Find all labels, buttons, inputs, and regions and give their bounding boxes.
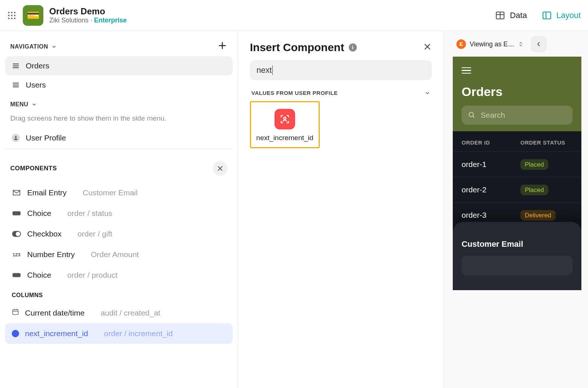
user-capture-icon [275, 109, 295, 129]
bottom-sheet: Customer Email [453, 222, 581, 290]
svg-point-35 [284, 117, 286, 119]
choice-icon [12, 210, 21, 216]
components-label: COMPONENTS [10, 165, 57, 172]
component-type: Number Entry [27, 250, 75, 259]
tab-data[interactable]: Data [495, 10, 527, 21]
tab-layout-label: Layout [556, 11, 581, 20]
component-checkbox[interactable]: Checkbox order / gift [5, 224, 233, 244]
component-sub: Customer Email [83, 188, 137, 197]
col-order-id: ORDER ID [462, 139, 506, 146]
table-row[interactable]: order-2 Placed [453, 177, 581, 202]
svg-rect-21 [13, 86, 19, 88]
viewing-as-label: Viewing as E… [470, 40, 514, 48]
customer-email-field[interactable] [462, 256, 573, 275]
svg-rect-4 [11, 15, 12, 16]
component-sub: order / gift [78, 229, 112, 238]
svg-rect-18 [13, 67, 19, 68]
svg-rect-12 [543, 12, 551, 19]
col-order-status: ORDER STATUS [520, 139, 573, 146]
status-badge: Delivered [520, 210, 556, 221]
topbar: 💳 Orders Demo Ziki Solutions · Enterpris… [0, 0, 588, 31]
navigation-section[interactable]: NAVIGATION [10, 43, 57, 50]
group-label: VALUES FROM USER PROFILE [251, 90, 338, 96]
viewing-as-selector[interactable]: E Viewing as E… [453, 36, 527, 52]
number-icon: 123 [12, 252, 21, 257]
component-type: Choice [27, 271, 51, 280]
choice-icon [12, 272, 21, 278]
cell-order-id: order-1 [462, 160, 506, 169]
close-components-button[interactable] [213, 161, 227, 176]
status-badge: Placed [520, 185, 548, 195]
nav-item-label: Orders [26, 61, 49, 70]
preview-pane: E Viewing as E… Orders Search ORDER ID [444, 31, 588, 388]
component-sub: order / product [67, 271, 118, 280]
svg-rect-19 [13, 83, 19, 84]
tile-name: next_increment_id [254, 134, 316, 142]
component-type: Checkbox [27, 229, 61, 238]
svg-point-27 [16, 232, 20, 236]
close-icon [216, 165, 224, 172]
search-value: next [257, 65, 272, 75]
component-email-entry[interactable]: Email Entry Customer Email [5, 182, 233, 203]
calendar-icon [12, 308, 19, 317]
svg-rect-6 [8, 18, 10, 19]
tab-data-label: Data [510, 11, 527, 20]
svg-rect-8 [14, 18, 15, 19]
menu-item-label: User Profile [26, 134, 66, 142]
chevron-left-icon [535, 41, 542, 47]
app-subtitle: Ziki Solutions · Enterprise [49, 17, 127, 24]
component-number-entry[interactable]: 123 Number Entry Order Amount [5, 244, 233, 265]
sheet-label: Customer Email [462, 239, 573, 249]
columns-label: COLUMNS [5, 285, 233, 302]
avatar-badge: E [456, 39, 466, 49]
svg-rect-16 [13, 64, 19, 65]
group-user-profile[interactable]: VALUES FROM USER PROFILE [250, 88, 432, 101]
svg-rect-5 [14, 15, 15, 16]
sidebar: NAVIGATION Orders Users MENU Drag screen… [0, 31, 238, 388]
app-logo: 💳 [23, 5, 43, 26]
email-icon [12, 189, 21, 197]
column-current-date[interactable]: Current date/time audit / created_at [5, 302, 233, 323]
close-insert-button[interactable] [423, 42, 432, 53]
add-screen-button[interactable] [217, 40, 227, 53]
component-choice-product[interactable]: Choice order / product [5, 265, 233, 285]
tile-next-increment-id[interactable]: next_increment_id [250, 101, 320, 148]
topbar-tabs: Data Layout [495, 10, 581, 21]
preview-search-input[interactable]: Search [462, 106, 573, 125]
screen-title: Orders [462, 85, 573, 99]
nav-item-orders[interactable]: Orders [5, 56, 233, 75]
component-choice-status[interactable]: Choice order / status [5, 203, 233, 224]
info-icon[interactable]: i [349, 43, 357, 51]
column-sub: audit / created_at [101, 309, 160, 317]
svg-line-37 [473, 116, 474, 118]
column-name: Current date/time [25, 309, 85, 317]
apps-icon[interactable] [7, 10, 17, 21]
menu-section[interactable]: MENU [10, 101, 37, 108]
svg-rect-29 [13, 310, 18, 314]
svg-rect-1 [11, 12, 12, 13]
column-next-increment[interactable]: next_increment_id order / increment_id [5, 323, 233, 344]
status-badge: Placed [520, 159, 548, 170]
svg-point-36 [469, 113, 474, 117]
navigation-label: NAVIGATION [10, 43, 48, 50]
component-sub: order / status [67, 209, 112, 218]
svg-rect-7 [11, 18, 12, 19]
component-search-input[interactable]: next [250, 60, 432, 80]
svg-rect-3 [8, 15, 10, 16]
nav-item-label: Users [26, 81, 46, 89]
menu-icon[interactable] [462, 67, 573, 74]
table-row[interactable]: order-1 Placed [453, 152, 581, 177]
menu-item-user-profile[interactable]: User Profile [5, 130, 233, 149]
search-placeholder: Search [481, 111, 505, 120]
tab-layout[interactable]: Layout [542, 10, 581, 21]
chevron-down-icon [424, 90, 430, 96]
menu-hint: Drag screens here to show them in the si… [5, 111, 233, 130]
insert-panel: Insert Component i next VALUES FROM USER… [238, 31, 444, 388]
cell-order-id: order-3 [462, 211, 506, 220]
back-button[interactable] [531, 36, 547, 52]
component-type: Choice [27, 209, 51, 218]
plan-label[interactable]: Enterprise [94, 17, 127, 24]
insert-title-text: Insert Component [250, 41, 344, 54]
svg-rect-20 [13, 85, 19, 86]
nav-item-users[interactable]: Users [5, 75, 233, 95]
